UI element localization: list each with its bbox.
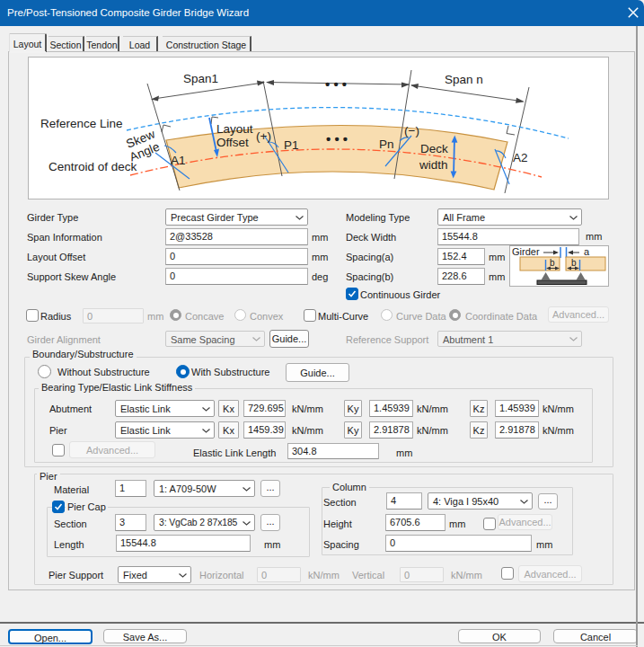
svg-text:Girder: Girder — [512, 246, 540, 257]
svg-text:• • •: • • • — [325, 76, 347, 92]
svg-text:(+): (+) — [256, 129, 271, 143]
svg-text:P1: P1 — [284, 138, 299, 152]
svg-text:Offset: Offset — [216, 136, 249, 149]
svg-text:Layout: Layout — [216, 122, 253, 136]
svg-text:Centroid of deck: Centroid of deck — [49, 160, 137, 173]
svg-text:Deck: Deck — [420, 142, 448, 155]
svg-text:a: a — [584, 246, 590, 257]
svg-text:b: b — [550, 258, 555, 268]
svg-text:width: width — [419, 158, 448, 172]
svg-text:Span1: Span1 — [183, 72, 218, 85]
svg-text:(−): (−) — [404, 124, 419, 137]
svg-text:• • •: • • • — [326, 131, 348, 146]
svg-text:Span n: Span n — [445, 73, 483, 86]
svg-text:Reference Line: Reference Line — [40, 117, 123, 130]
svg-text:Pn: Pn — [379, 137, 394, 151]
svg-text:A1: A1 — [171, 154, 186, 167]
svg-text:A2: A2 — [513, 151, 528, 164]
svg-text:b: b — [571, 258, 577, 268]
